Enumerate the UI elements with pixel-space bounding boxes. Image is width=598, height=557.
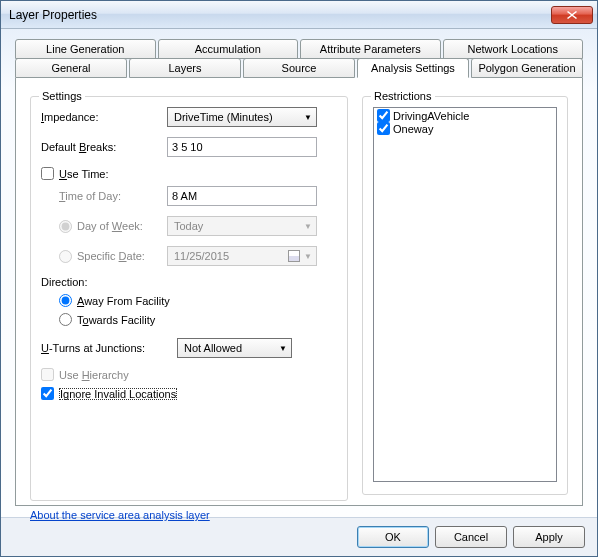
away-radio[interactable]: Away From Facility	[41, 294, 337, 307]
settings-column: Settings Impedance: DriveTime (Minutes) …	[30, 90, 348, 495]
day-of-week-radio-input	[59, 220, 72, 233]
restriction-checkbox[interactable]	[377, 109, 390, 122]
close-button[interactable]	[551, 6, 593, 24]
settings-group-label: Settings	[39, 90, 85, 102]
restrictions-column: Restrictions DrivingAVehicleOneway	[362, 90, 568, 495]
tab-attribute-parameters[interactable]: Attribute Parameters	[300, 39, 441, 59]
specific-date-radio-input	[59, 250, 72, 263]
time-of-day-label: Time of Day:	[41, 190, 161, 202]
tab-general[interactable]: General	[15, 58, 127, 78]
away-label: Away From Facility	[77, 295, 170, 307]
chevron-down-icon: ▼	[304, 252, 312, 261]
restriction-label: Oneway	[393, 123, 433, 135]
day-of-week-radio: Day of Week:	[41, 220, 161, 233]
dialog-footer: OK Cancel Apply	[1, 517, 597, 556]
day-of-week-label: Day of Week:	[77, 220, 143, 232]
calendar-icon	[288, 250, 300, 262]
restriction-item[interactable]: DrivingAVehicle	[375, 109, 555, 122]
tab-line-generation[interactable]: Line Generation	[15, 39, 156, 59]
restrictions-listbox[interactable]: DrivingAVehicleOneway	[373, 107, 557, 482]
use-hierarchy-check-input	[41, 368, 54, 381]
close-icon	[567, 11, 577, 19]
ignore-invalid-label: Ignore Invalid Locations	[59, 388, 177, 400]
use-time-label: Use Time:	[59, 168, 109, 180]
tab-panel: Settings Impedance: DriveTime (Minutes) …	[15, 78, 583, 506]
about-link[interactable]: About the service area analysis layer	[30, 509, 210, 521]
tab-layers[interactable]: Layers	[129, 58, 241, 78]
chevron-down-icon: ▼	[304, 113, 312, 122]
day-of-week-value: Today	[174, 220, 203, 232]
towards-radio[interactable]: Towards Facility	[41, 313, 337, 326]
tab-accumulation[interactable]: Accumulation	[158, 39, 299, 59]
tab-polygon-generation[interactable]: Polygon Generation	[471, 58, 583, 78]
impedance-label: Impedance:	[41, 111, 161, 123]
settings-group: Settings Impedance: DriveTime (Minutes) …	[30, 96, 348, 501]
uturns-select[interactable]: Not Allowed ▼	[177, 338, 292, 358]
window-title: Layer Properties	[9, 8, 551, 22]
uturns-value: Not Allowed	[184, 342, 242, 354]
tab-network-locations[interactable]: Network Locations	[443, 39, 584, 59]
time-of-day-input[interactable]	[167, 186, 317, 206]
default-breaks-label: Default Breaks:	[41, 141, 161, 153]
restriction-checkbox[interactable]	[377, 122, 390, 135]
apply-button[interactable]: Apply	[513, 526, 585, 548]
dialog-window: Layer Properties Line GenerationAccumula…	[0, 0, 598, 557]
specific-date-radio: Specific Date:	[41, 250, 161, 263]
impedance-value: DriveTime (Minutes)	[174, 111, 273, 123]
chevron-down-icon: ▼	[279, 344, 287, 353]
towards-label: Towards Facility	[77, 314, 155, 326]
content-area: Line GenerationAccumulationAttribute Par…	[1, 29, 597, 517]
towards-radio-input[interactable]	[59, 313, 72, 326]
cancel-button[interactable]: Cancel	[435, 526, 507, 548]
use-hierarchy-label: Use Hierarchy	[59, 369, 129, 381]
uturns-label: U-Turns at Junctions:	[41, 342, 171, 354]
restrictions-group-label: Restrictions	[371, 90, 434, 102]
direction-label: Direction:	[41, 276, 337, 288]
restriction-item[interactable]: Oneway	[375, 122, 555, 135]
use-time-checkbox[interactable]: Use Time:	[41, 167, 337, 180]
specific-date-label: Specific Date:	[77, 250, 145, 262]
impedance-select[interactable]: DriveTime (Minutes) ▼	[167, 107, 317, 127]
restriction-label: DrivingAVehicle	[393, 110, 469, 122]
restrictions-group: Restrictions DrivingAVehicleOneway	[362, 96, 568, 495]
chevron-down-icon: ▼	[304, 222, 312, 231]
ok-button[interactable]: OK	[357, 526, 429, 548]
tab-strip: Line GenerationAccumulationAttribute Par…	[15, 39, 583, 79]
specific-date-value: 11/25/2015	[174, 250, 229, 262]
use-hierarchy-checkbox: Use Hierarchy	[41, 368, 337, 381]
use-time-check-input[interactable]	[41, 167, 54, 180]
titlebar: Layer Properties	[1, 1, 597, 29]
ignore-invalid-checkbox[interactable]: Ignore Invalid Locations	[41, 387, 337, 400]
ignore-invalid-check-input[interactable]	[41, 387, 54, 400]
default-breaks-input[interactable]	[167, 137, 317, 157]
away-radio-input[interactable]	[59, 294, 72, 307]
tab-analysis-settings[interactable]: Analysis Settings	[357, 58, 469, 78]
tab-source[interactable]: Source	[243, 58, 355, 78]
day-of-week-select: Today ▼	[167, 216, 317, 236]
specific-date-picker: 11/25/2015 ▼	[167, 246, 317, 266]
